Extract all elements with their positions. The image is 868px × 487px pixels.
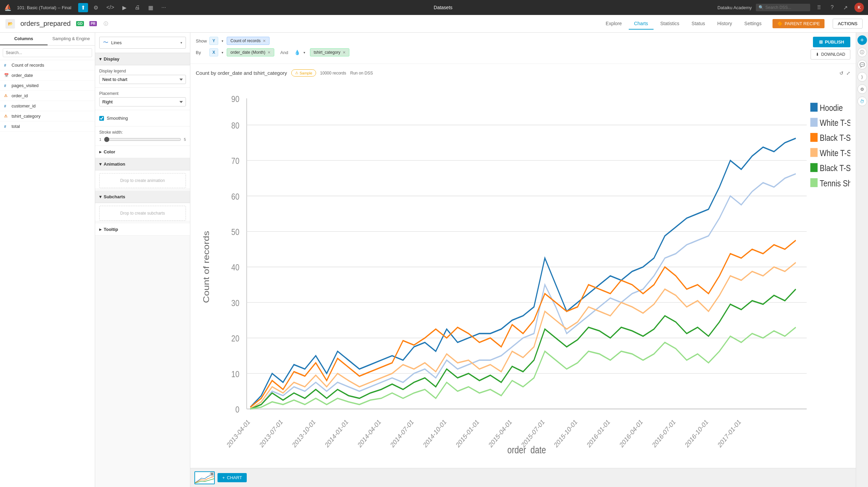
chart-settings-panel: 〜 Lines ▾ ▾ Display Display legend Next … — [95, 33, 190, 487]
chart-type-label: Lines — [111, 40, 122, 45]
x-field-remove[interactable]: ✕ — [267, 50, 271, 55]
dataset-header: 📂 orders_prepared GD PR ⓘ Explore Charts… — [0, 15, 868, 33]
x-field-label: order_date (Month) — [230, 50, 265, 55]
list-item[interactable]: ⚠ order_id — [0, 91, 95, 101]
list-item[interactable]: # Count of records — [0, 60, 95, 70]
chart-thumbnail[interactable]: ✕ — [194, 471, 215, 484]
y-dropdown-icon: ▾ — [222, 39, 223, 43]
help-circle-icon[interactable]: ⓘ — [104, 21, 108, 27]
tab-history[interactable]: History — [712, 18, 738, 30]
tab-columns[interactable]: Columns — [0, 33, 48, 45]
y-field-pill[interactable]: Count of records ✕ — [227, 37, 270, 45]
records-count: 10000 records — [320, 71, 346, 75]
col-name: customer_id — [12, 103, 36, 108]
actions-button[interactable]: ACTIONS — [833, 19, 863, 29]
parent-recipe-button[interactable]: 🔶 PARENT RECIPE — [772, 19, 825, 28]
svg-text:2017-01-01: 2017-01-01 — [716, 418, 742, 449]
y-field-label: Count of records — [230, 38, 261, 43]
black-tshirt-f-line — [250, 289, 796, 409]
main-layout: Columns Sampling & Engine # Count of rec… — [0, 33, 868, 487]
nav-right: Dataiku Academy 🔍 ⠿ ? ↗ K — [717, 3, 864, 12]
run-on-dss[interactable]: Run on DSS — [350, 71, 373, 75]
animation-label: Animation — [104, 162, 125, 167]
play-icon[interactable]: ▶ — [120, 3, 129, 12]
placement-select[interactable]: Right Left Top Bottom — [99, 97, 186, 106]
smoothing-section: Smoothing — [95, 110, 190, 127]
stroke-width-label: Stroke width: — [99, 130, 186, 135]
list-item[interactable]: # total — [0, 121, 95, 132]
add-chart-button[interactable]: + CHART — [218, 473, 247, 482]
chevron-right-icon: ▸ — [99, 227, 102, 232]
stroke-min: 1 — [99, 137, 101, 141]
tab-settings[interactable]: Settings — [739, 18, 767, 30]
chart-header: Count by order_date and tshirt_category … — [196, 69, 850, 77]
expand-chart-button[interactable]: ⤢ — [846, 70, 850, 76]
and-field-pill[interactable]: tshirt_category ✕ — [310, 48, 349, 56]
x-axis-badge[interactable]: X — [209, 48, 218, 56]
sidebar-info-button[interactable]: ⓘ — [857, 48, 867, 57]
columns-list: # Count of records 📅 order_date # pages_… — [0, 60, 95, 487]
color-section-header[interactable]: ▸ Color — [95, 146, 190, 158]
svg-text:White T-Shirt M: White T-Shirt M — [820, 118, 850, 128]
sidebar-chat-button[interactable]: 💬 — [857, 60, 867, 69]
sidebar-clock-button[interactable]: ⏱ — [857, 97, 867, 106]
smoothing-row: Smoothing — [99, 114, 186, 123]
tab-status[interactable]: Status — [686, 18, 711, 30]
display-legend-select[interactable]: Next to chart Below chart None — [99, 75, 186, 84]
download-button[interactable]: ⬇ DOWNLOAD — [811, 49, 850, 60]
sidebar-settings-button[interactable]: ⚙ — [857, 84, 867, 94]
animation-section-header[interactable]: ▾ Animation — [95, 158, 190, 170]
column-search-input[interactable] — [3, 48, 92, 57]
list-item[interactable]: 📅 order_date — [0, 70, 95, 81]
tab-charts[interactable]: Charts — [629, 18, 654, 30]
list-item[interactable]: # pages_visited — [0, 81, 95, 91]
search-input[interactable] — [756, 4, 810, 11]
dataset-name: orders_prepared — [20, 20, 71, 28]
chart-title: Count by order_date and tshirt_category — [196, 70, 287, 76]
x-field-pill[interactable]: order_date (Month) ✕ — [227, 48, 274, 56]
controls-right: ⊞ PUBLISH ⬇ DOWNLOAD — [811, 37, 850, 60]
print-icon[interactable]: 🖨 — [132, 3, 143, 12]
type-icon: ⚠ — [4, 94, 9, 98]
settings-icon[interactable]: ⚙ — [91, 3, 101, 12]
y-axis-badge[interactable]: Y — [209, 37, 218, 45]
sample-badge[interactable]: ⚠ Sample — [291, 69, 316, 77]
publish-button[interactable]: ⊞ PUBLISH — [813, 37, 850, 47]
apps-icon[interactable]: ⠿ — [814, 3, 824, 12]
y-field-remove[interactable]: ✕ — [263, 39, 266, 43]
list-item[interactable]: ⚠ tshirt_category — [0, 111, 95, 121]
col-name: order_date — [12, 73, 33, 78]
code-icon[interactable]: </> — [104, 3, 117, 12]
list-item[interactable]: # customer_id — [0, 101, 95, 111]
chart-type-selector: 〜 Lines ▾ — [95, 33, 190, 53]
sidebar-arrow-button[interactable]: ⟩ — [857, 72, 867, 82]
warning-icon: ⚠ — [295, 71, 298, 75]
parent-recipe-icon: 🔶 — [777, 21, 783, 26]
subcharts-section-header[interactable]: ▾ Subcharts — [95, 191, 190, 203]
tab-sampling[interactable]: Sampling & Engine — [48, 33, 95, 45]
badge-pr: PR — [89, 21, 97, 26]
svg-text:Tennis Shirt: Tennis Shirt — [820, 178, 850, 188]
svg-text:White T-Shirt F: White T-Shirt F — [820, 148, 850, 158]
save-icon[interactable]: ⬆ — [78, 3, 88, 12]
and-field-remove[interactable]: ✕ — [343, 50, 346, 55]
smoothing-checkbox[interactable] — [99, 116, 104, 121]
display-section-header[interactable]: ▾ Display — [95, 53, 190, 65]
chart-type-dropdown[interactable]: 〜 Lines ▾ — [99, 37, 186, 49]
tab-explore[interactable]: Explore — [600, 18, 627, 30]
tooltip-section-header[interactable]: ▸ Tooltip — [95, 223, 190, 236]
refresh-chart-button[interactable]: ↺ — [839, 70, 844, 76]
delete-chart-thumbnail[interactable]: ✕ — [210, 472, 214, 476]
stroke-width-slider[interactable] — [104, 137, 181, 142]
trending-icon[interactable]: ↗ — [840, 3, 850, 12]
publish-icon: ⊞ — [819, 39, 823, 45]
help-icon[interactable]: ? — [828, 3, 836, 12]
tab-statistics[interactable]: Statistics — [655, 18, 685, 30]
by-row: By X ▾ order_date (Month) ✕ And 💧 ▾ tshi… — [196, 48, 806, 56]
chart-legend: Hoodie White T-Shirt M Black T-Shirt M W… — [810, 103, 850, 188]
type-icon: # — [4, 84, 9, 88]
sidebar-add-button[interactable]: + — [857, 35, 867, 45]
more-icon[interactable]: ··· — [159, 3, 169, 12]
tennis-shirt-line — [250, 327, 796, 409]
grid-icon[interactable]: ▦ — [145, 3, 156, 12]
